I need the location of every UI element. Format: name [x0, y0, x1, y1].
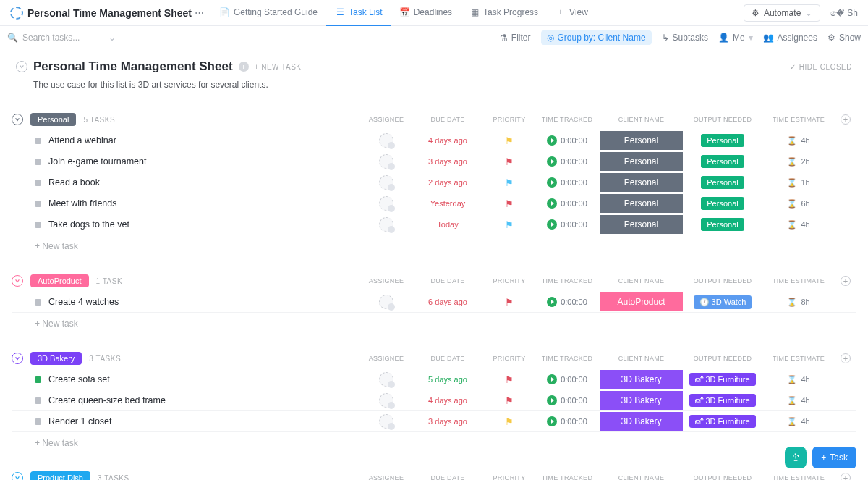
time-estimate-cell[interactable]: ⌛1h [762, 178, 835, 188]
col-estimate[interactable]: TIME ESTIMATE [762, 355, 835, 362]
client-name-cell[interactable]: 3D Bakery [600, 370, 683, 389]
priority-cell[interactable]: ⚑ [484, 198, 535, 209]
assignee-cell[interactable] [361, 414, 412, 429]
assignee-cell[interactable] [361, 372, 412, 387]
task-name[interactable]: Attend a webinar [48, 135, 361, 146]
priority-cell[interactable]: ⚑ [484, 135, 535, 146]
status-square[interactable] [35, 159, 41, 165]
status-square[interactable] [35, 397, 41, 404]
group-name-pill[interactable]: Product Dish [30, 471, 90, 480]
play-icon[interactable] [547, 135, 557, 146]
col-time[interactable]: TIME TRACKED [535, 355, 600, 362]
time-tracked-cell[interactable]: 0:00:00 [535, 219, 600, 230]
due-date-cell[interactable]: 5 days ago [412, 375, 484, 384]
add-column-button[interactable]: + [841, 276, 851, 286]
col-time[interactable]: TIME TRACKED [535, 116, 600, 123]
hide-closed-button[interactable]: ✓ HIDE CLOSED [790, 63, 852, 71]
output-needed-cell[interactable]: 🕐3D Watch [683, 295, 762, 309]
group-collapse-toggle[interactable] [12, 114, 23, 125]
breadcrumb-ellipsis[interactable]: ⋯ [195, 7, 204, 18]
play-icon[interactable] [547, 198, 557, 209]
output-needed-cell[interactable]: 🛋3D Furniture [683, 394, 762, 407]
priority-cell[interactable]: ⚑ [484, 156, 535, 167]
priority-cell[interactable]: ⚑ [484, 416, 535, 427]
new-task-link[interactable]: + New task [12, 432, 856, 454]
client-name-cell[interactable]: 3D Bakery [600, 412, 683, 431]
assignee-cell[interactable] [361, 196, 412, 211]
group-by-button[interactable]: ◎Group by: Client Name [541, 30, 652, 45]
status-square[interactable] [35, 418, 41, 425]
play-icon[interactable] [547, 156, 557, 167]
col-due[interactable]: DUE DATE [412, 116, 484, 123]
info-icon[interactable]: i [239, 62, 249, 72]
share-button[interactable]: �ේ Sh [826, 5, 862, 21]
time-estimate-cell[interactable]: ⌛2h [762, 157, 835, 167]
status-square[interactable] [35, 201, 41, 207]
output-needed-cell[interactable]: Personal [683, 134, 762, 147]
col-due[interactable]: DUE DATE [412, 355, 484, 362]
task-row[interactable]: Attend a webinar 4 days ago ⚑ 0:00:00 Pe… [12, 130, 856, 151]
time-estimate-cell[interactable]: ⌛4h [762, 417, 835, 426]
task-row[interactable]: Create queen-size bed frame 4 days ago ⚑… [12, 390, 856, 411]
due-date-cell[interactable]: 3 days ago [412, 157, 484, 166]
client-name-cell[interactable]: 3D Bakery [600, 391, 683, 410]
client-name-cell[interactable]: Personal [600, 131, 683, 150]
play-icon[interactable] [547, 177, 557, 188]
time-tracked-cell[interactable]: 0:00:00 [535, 135, 600, 146]
col-assignee[interactable]: ASSIGNEE [361, 474, 412, 480]
client-name-cell[interactable]: Personal [600, 173, 683, 192]
show-button[interactable]: ⚙Show [827, 33, 861, 43]
client-name-cell[interactable]: Personal [600, 215, 683, 234]
assignee-cell[interactable] [361, 133, 412, 148]
task-row[interactable]: Read a book 2 days ago ⚑ 0:00:00 Persona… [12, 172, 856, 193]
due-date-cell[interactable]: 2 days ago [412, 178, 484, 187]
col-client[interactable]: CLIENT NAME [600, 474, 683, 480]
col-priority[interactable]: PRIORITY [484, 474, 535, 480]
col-output[interactable]: OUTPUT NEEDED [683, 277, 762, 285]
priority-cell[interactable]: ⚑ [484, 395, 535, 406]
col-priority[interactable]: PRIORITY [484, 116, 535, 123]
output-needed-cell[interactable]: Personal [683, 218, 762, 231]
time-estimate-cell[interactable]: ⌛8h [762, 298, 835, 307]
output-needed-cell[interactable]: Personal [683, 155, 762, 168]
assignee-cell[interactable] [361, 154, 412, 169]
group-name-pill[interactable]: Personal [30, 113, 76, 126]
task-name[interactable]: Take dogs to the vet [48, 219, 361, 230]
time-estimate-cell[interactable]: ⌛4h [762, 396, 835, 405]
play-icon[interactable] [547, 219, 557, 230]
col-client[interactable]: CLIENT NAME [600, 116, 683, 123]
search-input[interactable]: 🔍 Search tasks... ⌄ [7, 33, 116, 43]
time-tracked-cell[interactable]: 0:00:00 [535, 156, 600, 167]
workspace-icon[interactable] [10, 7, 23, 20]
task-name[interactable]: Create 4 watches [48, 297, 361, 307]
tab-getting-started-guide[interactable]: 📄Getting Started Guide [211, 0, 326, 26]
task-name[interactable]: Meet with friends [48, 198, 361, 209]
subtasks-button[interactable]: ↳Subtasks [662, 33, 708, 43]
assignee-cell[interactable] [361, 175, 412, 190]
group-collapse-toggle[interactable] [12, 275, 23, 287]
task-row[interactable]: Create 4 watches 6 days ago ⚑ 0:00:00 Au… [12, 292, 856, 313]
group-collapse-toggle[interactable] [12, 353, 23, 364]
group-collapse-toggle[interactable] [12, 472, 23, 480]
task-row[interactable]: Render 1 closet 3 days ago ⚑ 0:00:00 3D … [12, 411, 856, 432]
col-time[interactable]: TIME TRACKED [535, 277, 600, 285]
col-output[interactable]: OUTPUT NEEDED [683, 474, 762, 480]
due-date-cell[interactable]: Today [412, 220, 484, 229]
col-priority[interactable]: PRIORITY [484, 355, 535, 362]
time-tracked-cell[interactable]: 0:00:00 [535, 198, 600, 209]
col-output[interactable]: OUTPUT NEEDED [683, 116, 762, 123]
output-needed-cell[interactable]: Personal [683, 197, 762, 210]
tab-task-progress[interactable]: ▦Task Progress [461, 0, 547, 26]
status-square[interactable] [35, 180, 41, 186]
due-date-cell[interactable]: 3 days ago [412, 417, 484, 426]
automate-button[interactable]: ⚙ Automate ⌄ [744, 4, 820, 22]
assignees-button[interactable]: 👥Assignees [763, 33, 817, 43]
new-task-link[interactable]: + New task [12, 313, 856, 334]
priority-cell[interactable]: ⚑ [484, 219, 535, 230]
due-date-cell[interactable]: 6 days ago [412, 298, 484, 306]
assignee-cell[interactable] [361, 295, 412, 309]
play-icon[interactable] [547, 297, 557, 307]
tab-deadlines[interactable]: 📅Deadlines [391, 0, 461, 26]
priority-cell[interactable]: ⚑ [484, 177, 535, 188]
play-icon[interactable] [547, 416, 557, 426]
